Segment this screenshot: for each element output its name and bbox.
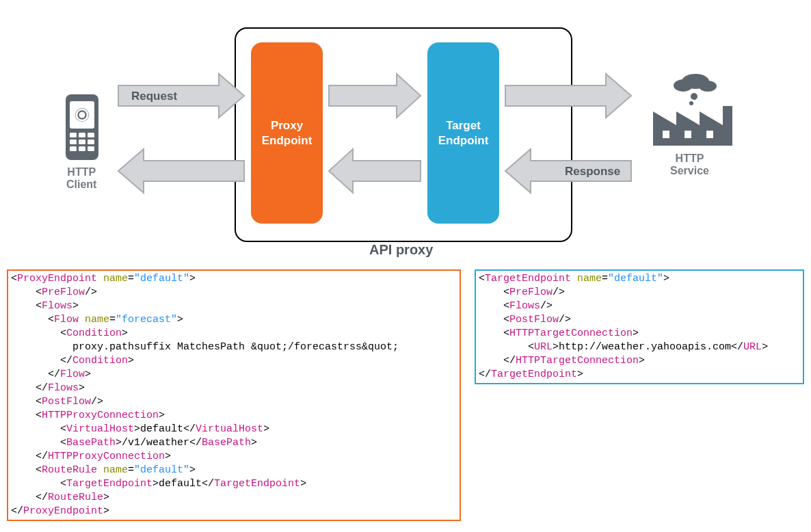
svg-point-3	[79, 112, 85, 118]
svg-rect-4	[70, 133, 77, 137]
svg-rect-7	[70, 139, 77, 144]
svg-rect-8	[79, 139, 85, 144]
target-endpoint-box: Target Endpoint	[427, 42, 499, 224]
factory-icon	[646, 72, 735, 147]
arrow-left-icon	[327, 147, 423, 195]
http-service-label: HTTP Service	[670, 152, 709, 177]
svg-rect-10	[70, 146, 77, 151]
svg-rect-6	[88, 133, 94, 137]
target-endpoint-label: Target Endpoint	[438, 118, 489, 148]
proxy-endpoint-box: Proxy Endpoint	[251, 42, 323, 224]
svg-rect-9	[88, 139, 94, 144]
request-label: Request	[131, 90, 177, 103]
svg-point-15	[699, 81, 717, 92]
svg-rect-11	[79, 146, 85, 151]
arrow-right-icon	[503, 72, 633, 120]
svg-point-16	[691, 93, 697, 100]
phone-icon	[62, 93, 103, 161]
proxy-endpoint-label: Proxy Endpoint	[262, 118, 313, 148]
svg-point-17	[689, 101, 693, 105]
svg-rect-12	[88, 146, 94, 151]
svg-rect-5	[79, 133, 85, 137]
response-label: Response	[565, 165, 620, 178]
svg-rect-18	[663, 131, 669, 138]
http-client-label: HTTP Client	[66, 166, 96, 191]
proxy-endpoint-code: <ProxyEndpoint name="default"> <PreFlow/…	[7, 269, 461, 521]
target-endpoint-code: <TargetEndpoint name="default"> <PreFlow…	[475, 269, 804, 384]
api-proxy-label: API proxy	[369, 242, 433, 258]
arrow-left-icon	[116, 147, 246, 195]
svg-rect-20	[706, 131, 713, 138]
svg-point-14	[674, 79, 693, 92]
arrow-right-icon	[327, 72, 423, 120]
svg-rect-19	[684, 131, 691, 138]
